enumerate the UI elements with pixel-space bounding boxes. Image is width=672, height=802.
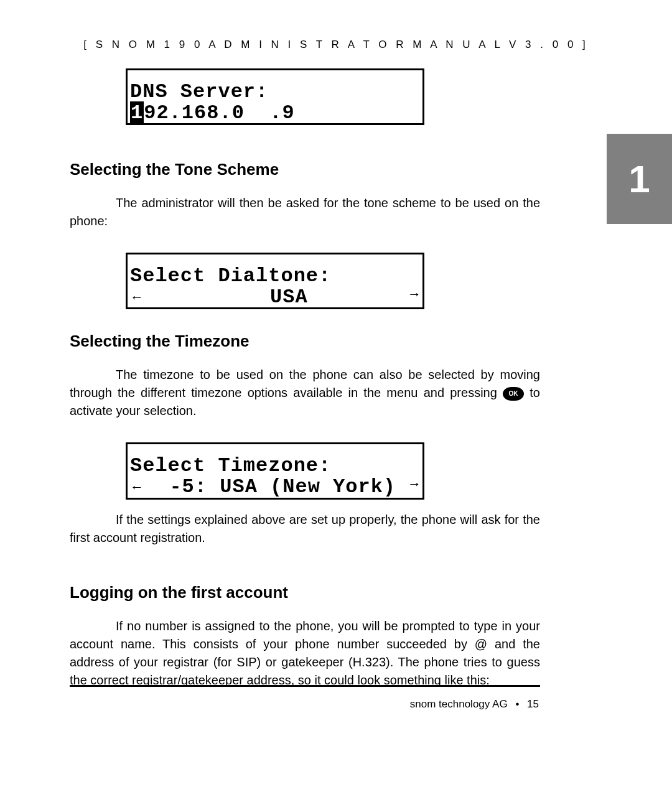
para-first-account: If no number is assigned to the phone, y… bbox=[70, 617, 540, 689]
lcd-line-2-rest: 92.168.0 .9 bbox=[144, 101, 294, 124]
lcd-line-2: 192.168.0 .9 bbox=[130, 103, 420, 124]
lcd3-line-2: ← -5: USA (New York)→ bbox=[130, 477, 420, 498]
heading-tone-scheme: Selecting the Tone Scheme bbox=[70, 160, 540, 179]
heading-timezone: Selecting the Timezone bbox=[70, 332, 540, 351]
page-footer: snom technology AG • 15 bbox=[410, 698, 539, 711]
para-after-lcd3: If the settings explained above are set … bbox=[70, 511, 540, 547]
left-arrow-icon: ← bbox=[130, 479, 144, 495]
footer-page-number: 15 bbox=[527, 698, 539, 710]
footer-dot: • bbox=[510, 698, 524, 710]
para-tone-scheme: The administrator will then be asked for… bbox=[70, 194, 540, 230]
left-arrow-icon: ← bbox=[130, 289, 144, 305]
para-first-account-text: If no number is assigned to the phone, y… bbox=[70, 619, 540, 687]
page-header: [ S N O M 1 9 0 A D M I N I S T R A T O … bbox=[0, 39, 672, 51]
lcd-select-dialtone: Select Dialtone: ← USA→ bbox=[126, 253, 424, 309]
lcd3-value: -5: USA (New York) bbox=[144, 475, 396, 498]
para-after-lcd3-text: If the settings explained above are set … bbox=[70, 513, 540, 544]
right-arrow-icon: → bbox=[408, 477, 420, 491]
ok-button-icon: OK bbox=[503, 387, 524, 401]
lcd2-value: USA bbox=[144, 286, 308, 309]
right-arrow-icon: → bbox=[408, 287, 420, 301]
para-tone-scheme-text: The administrator will then be asked for… bbox=[70, 196, 540, 228]
cursor-char: 1 bbox=[130, 101, 144, 124]
heading-first-account: Logging on the first account bbox=[70, 583, 540, 602]
page-content: DNS Server: 192.168.0 .9 Selecting the T… bbox=[70, 68, 540, 689]
lcd2-line-2: ← USA→ bbox=[130, 287, 420, 308]
chapter-number: 1 bbox=[628, 157, 650, 201]
chapter-tab: 1 bbox=[607, 134, 672, 224]
header-text: [ S N O M 1 9 0 A D M I N I S T R A T O … bbox=[83, 39, 589, 50]
para-timezone: The timezone to be used on the phone can… bbox=[70, 366, 540, 420]
lcd3-line-1: Select Timezone: bbox=[130, 455, 420, 477]
lcd-dns-server: DNS Server: 192.168.0 .9 bbox=[126, 68, 424, 125]
lcd2-line-1: Select Dialtone: bbox=[130, 266, 420, 287]
lcd-select-timezone: Select Timezone: ← -5: USA (New York)→ bbox=[126, 442, 424, 499]
footer-rule bbox=[70, 685, 540, 687]
lcd-line-1: DNS Server: bbox=[130, 82, 420, 103]
footer-company: snom technology AG bbox=[410, 698, 508, 710]
para-tz-before: The timezone to be used on the phone can… bbox=[70, 368, 540, 399]
